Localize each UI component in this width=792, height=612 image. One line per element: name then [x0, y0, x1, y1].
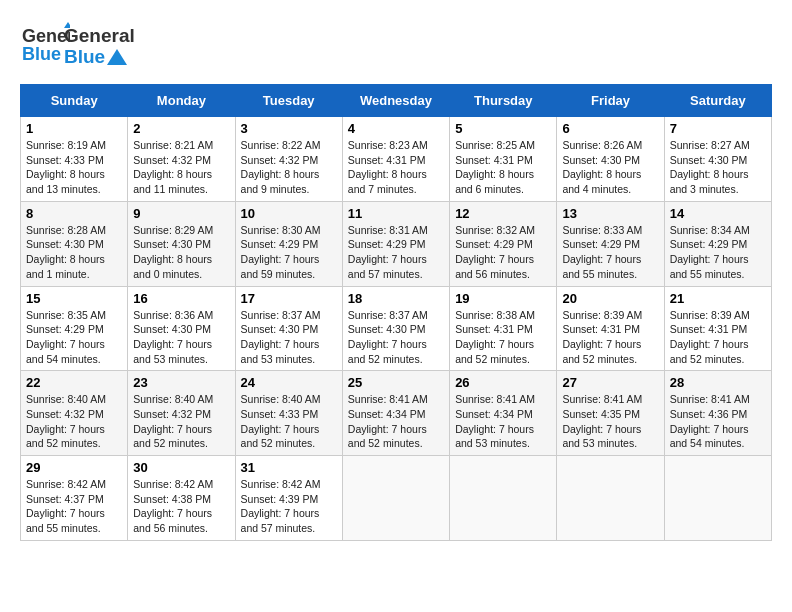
sunset-label: Sunset: 4:33 PM	[241, 408, 319, 420]
daylight-label: Daylight: 8 hours and 1 minute.	[26, 253, 105, 280]
page-header: General Blue General Blue	[20, 20, 772, 74]
day-info: Sunrise: 8:34 AM Sunset: 4:29 PM Dayligh…	[670, 223, 766, 282]
day-number: 30	[133, 460, 229, 475]
sunset-label: Sunset: 4:29 PM	[241, 238, 319, 250]
day-number: 4	[348, 121, 444, 136]
day-number: 26	[455, 375, 551, 390]
calendar-cell: 9 Sunrise: 8:29 AM Sunset: 4:30 PM Dayli…	[128, 201, 235, 286]
sunrise-label: Sunrise: 8:41 AM	[348, 393, 428, 405]
day-number: 5	[455, 121, 551, 136]
sunrise-label: Sunrise: 8:36 AM	[133, 309, 213, 321]
day-number: 11	[348, 206, 444, 221]
calendar-cell: 30 Sunrise: 8:42 AM Sunset: 4:38 PM Dayl…	[128, 456, 235, 541]
daylight-label: Daylight: 7 hours and 52 minutes.	[562, 338, 641, 365]
calendar-cell: 14 Sunrise: 8:34 AM Sunset: 4:29 PM Dayl…	[664, 201, 771, 286]
daylight-label: Daylight: 7 hours and 52 minutes.	[348, 423, 427, 450]
day-info: Sunrise: 8:38 AM Sunset: 4:31 PM Dayligh…	[455, 308, 551, 367]
calendar-cell: 7 Sunrise: 8:27 AM Sunset: 4:30 PM Dayli…	[664, 117, 771, 202]
day-number: 9	[133, 206, 229, 221]
daylight-label: Daylight: 7 hours and 53 minutes.	[133, 338, 212, 365]
sunrise-label: Sunrise: 8:22 AM	[241, 139, 321, 151]
sunrise-label: Sunrise: 8:31 AM	[348, 224, 428, 236]
day-number: 22	[26, 375, 122, 390]
daylight-label: Daylight: 7 hours and 52 minutes.	[133, 423, 212, 450]
logo-bird-icon	[107, 49, 127, 65]
sunrise-label: Sunrise: 8:40 AM	[26, 393, 106, 405]
sunset-label: Sunset: 4:30 PM	[670, 154, 748, 166]
calendar-cell: 27 Sunrise: 8:41 AM Sunset: 4:35 PM Dayl…	[557, 371, 664, 456]
day-info: Sunrise: 8:21 AM Sunset: 4:32 PM Dayligh…	[133, 138, 229, 197]
day-number: 13	[562, 206, 658, 221]
day-number: 8	[26, 206, 122, 221]
sunrise-label: Sunrise: 8:25 AM	[455, 139, 535, 151]
sunset-label: Sunset: 4:30 PM	[133, 238, 211, 250]
sunrise-label: Sunrise: 8:37 AM	[241, 309, 321, 321]
calendar-cell: 4 Sunrise: 8:23 AM Sunset: 4:31 PM Dayli…	[342, 117, 449, 202]
sunrise-label: Sunrise: 8:41 AM	[455, 393, 535, 405]
sunset-label: Sunset: 4:32 PM	[133, 408, 211, 420]
sunset-label: Sunset: 4:29 PM	[562, 238, 640, 250]
daylight-label: Daylight: 7 hours and 52 minutes.	[670, 338, 749, 365]
weekday-header-friday: Friday	[557, 85, 664, 117]
weekday-header-thursday: Thursday	[450, 85, 557, 117]
day-info: Sunrise: 8:19 AM Sunset: 4:33 PM Dayligh…	[26, 138, 122, 197]
day-info: Sunrise: 8:42 AM Sunset: 4:37 PM Dayligh…	[26, 477, 122, 536]
sunset-label: Sunset: 4:37 PM	[26, 493, 104, 505]
day-info: Sunrise: 8:36 AM Sunset: 4:30 PM Dayligh…	[133, 308, 229, 367]
day-info: Sunrise: 8:41 AM Sunset: 4:34 PM Dayligh…	[348, 392, 444, 451]
daylight-label: Daylight: 8 hours and 3 minutes.	[670, 168, 749, 195]
sunrise-label: Sunrise: 8:35 AM	[26, 309, 106, 321]
daylight-label: Daylight: 7 hours and 55 minutes.	[26, 507, 105, 534]
logo-blue-text: Blue	[64, 47, 135, 68]
weekday-header-sunday: Sunday	[21, 85, 128, 117]
day-number: 7	[670, 121, 766, 136]
day-info: Sunrise: 8:33 AM Sunset: 4:29 PM Dayligh…	[562, 223, 658, 282]
day-info: Sunrise: 8:31 AM Sunset: 4:29 PM Dayligh…	[348, 223, 444, 282]
daylight-label: Daylight: 7 hours and 55 minutes.	[670, 253, 749, 280]
svg-text:General: General	[22, 26, 70, 46]
sunrise-label: Sunrise: 8:23 AM	[348, 139, 428, 151]
sunset-label: Sunset: 4:33 PM	[26, 154, 104, 166]
daylight-label: Daylight: 8 hours and 13 minutes.	[26, 168, 105, 195]
day-info: Sunrise: 8:30 AM Sunset: 4:29 PM Dayligh…	[241, 223, 337, 282]
day-info: Sunrise: 8:28 AM Sunset: 4:30 PM Dayligh…	[26, 223, 122, 282]
day-info: Sunrise: 8:40 AM Sunset: 4:33 PM Dayligh…	[241, 392, 337, 451]
daylight-label: Daylight: 8 hours and 7 minutes.	[348, 168, 427, 195]
calendar-cell: 8 Sunrise: 8:28 AM Sunset: 4:30 PM Dayli…	[21, 201, 128, 286]
weekday-header-wednesday: Wednesday	[342, 85, 449, 117]
calendar-cell: 17 Sunrise: 8:37 AM Sunset: 4:30 PM Dayl…	[235, 286, 342, 371]
day-info: Sunrise: 8:27 AM Sunset: 4:30 PM Dayligh…	[670, 138, 766, 197]
daylight-label: Daylight: 7 hours and 53 minutes.	[241, 338, 320, 365]
sunrise-label: Sunrise: 8:21 AM	[133, 139, 213, 151]
sunset-label: Sunset: 4:32 PM	[241, 154, 319, 166]
daylight-label: Daylight: 8 hours and 0 minutes.	[133, 253, 212, 280]
sunset-label: Sunset: 4:30 PM	[562, 154, 640, 166]
sunrise-label: Sunrise: 8:33 AM	[562, 224, 642, 236]
day-info: Sunrise: 8:41 AM Sunset: 4:36 PM Dayligh…	[670, 392, 766, 451]
daylight-label: Daylight: 7 hours and 55 minutes.	[562, 253, 641, 280]
day-number: 19	[455, 291, 551, 306]
day-number: 24	[241, 375, 337, 390]
sunset-label: Sunset: 4:31 PM	[348, 154, 426, 166]
calendar-cell: 2 Sunrise: 8:21 AM Sunset: 4:32 PM Dayli…	[128, 117, 235, 202]
weekday-header-saturday: Saturday	[664, 85, 771, 117]
day-info: Sunrise: 8:39 AM Sunset: 4:31 PM Dayligh…	[562, 308, 658, 367]
day-number: 15	[26, 291, 122, 306]
daylight-label: Daylight: 7 hours and 56 minutes.	[455, 253, 534, 280]
calendar-cell: 11 Sunrise: 8:31 AM Sunset: 4:29 PM Dayl…	[342, 201, 449, 286]
calendar-cell: 18 Sunrise: 8:37 AM Sunset: 4:30 PM Dayl…	[342, 286, 449, 371]
day-info: Sunrise: 8:42 AM Sunset: 4:38 PM Dayligh…	[133, 477, 229, 536]
sunset-label: Sunset: 4:31 PM	[670, 323, 748, 335]
sunset-label: Sunset: 4:31 PM	[455, 323, 533, 335]
calendar-cell: 28 Sunrise: 8:41 AM Sunset: 4:36 PM Dayl…	[664, 371, 771, 456]
calendar-cell: 15 Sunrise: 8:35 AM Sunset: 4:29 PM Dayl…	[21, 286, 128, 371]
calendar-cell: 24 Sunrise: 8:40 AM Sunset: 4:33 PM Dayl…	[235, 371, 342, 456]
day-info: Sunrise: 8:22 AM Sunset: 4:32 PM Dayligh…	[241, 138, 337, 197]
day-info: Sunrise: 8:35 AM Sunset: 4:29 PM Dayligh…	[26, 308, 122, 367]
sunset-label: Sunset: 4:32 PM	[26, 408, 104, 420]
daylight-label: Daylight: 8 hours and 9 minutes.	[241, 168, 320, 195]
svg-marker-2	[64, 22, 70, 28]
sunset-label: Sunset: 4:38 PM	[133, 493, 211, 505]
sunrise-label: Sunrise: 8:39 AM	[670, 309, 750, 321]
sunrise-label: Sunrise: 8:41 AM	[670, 393, 750, 405]
